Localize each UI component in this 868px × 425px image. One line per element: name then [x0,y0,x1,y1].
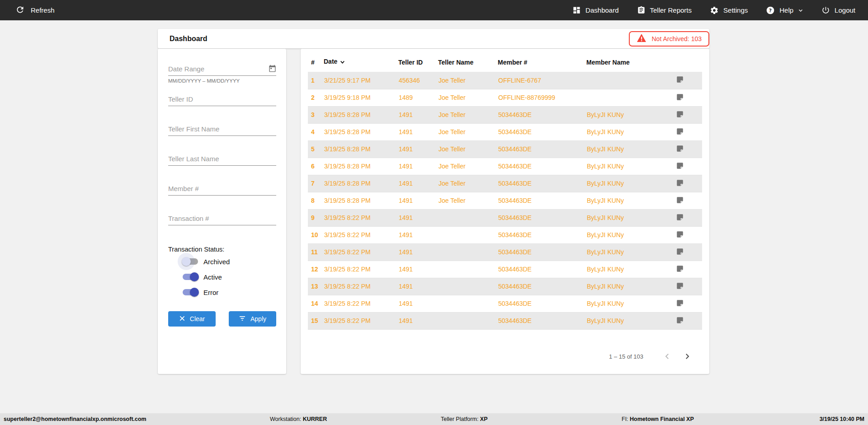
error-toggle[interactable] [183,289,198,295]
row-date: 3/19/25 8:28 PM [324,106,398,123]
column-header-teller-name[interactable]: Teller Name [438,57,498,72]
row-note-cell [673,295,702,312]
nav-item-dashboard[interactable]: Dashboard [572,6,618,14]
row-member-name: ByLyJI KUNy [586,192,673,209]
refresh-button[interactable]: Refresh [15,5,55,16]
dashboard-icon [572,6,581,14]
note-icon[interactable] [676,284,684,291]
note-icon[interactable] [676,250,684,257]
date-range-input[interactable] [168,64,276,76]
row-teller-name [438,243,498,261]
row-number: 1 [308,72,324,89]
sort-desc-icon [340,59,345,66]
nav-item-help[interactable]: ? Help [766,6,803,15]
table-row[interactable]: 11 3/19/25 8:22 PM 1491 5034463DE ByLyJI… [308,243,702,261]
teller-first-name-input[interactable] [168,124,276,136]
row-date: 3/19/25 8:28 PM [324,140,398,158]
table-row[interactable]: 4 3/19/25 8:28 PM 1491 Joe Teller 503446… [308,123,702,140]
clear-button[interactable]: Clear [168,311,216,327]
note-icon[interactable] [676,130,684,137]
row-member-number: 5034463DE [498,175,586,192]
note-icon[interactable] [676,318,684,326]
toggle-thumb [182,257,191,266]
note-icon[interactable] [676,301,684,308]
row-teller-name [438,278,498,295]
row-teller-name: Joe Teller [438,140,498,158]
row-number: 4 [308,123,324,140]
note-icon[interactable] [676,215,684,223]
column-header-date[interactable]: Date [324,57,398,72]
filter-icon [239,315,246,323]
nav-item-label: Teller Reports [650,6,692,14]
next-page-button[interactable] [683,352,691,360]
workstation-info: Workstation: KURRER [270,416,327,422]
table-row[interactable]: 9 3/19/25 8:22 PM 1491 5034463DE ByLyJI … [308,209,702,226]
column-header-member-name[interactable]: Member Name [586,57,673,72]
table-row[interactable]: 6 3/19/25 8:28 PM 1491 Joe Teller 503446… [308,158,702,175]
transactions-table: # Date Teller ID Teller Name Member # Me… [308,57,702,330]
note-icon[interactable] [676,164,684,171]
apply-button-label: Apply [250,315,266,322]
table-row[interactable]: 10 3/19/25 8:22 PM 1491 5034463DE ByLyJI… [308,226,702,243]
calendar-icon[interactable] [269,65,276,74]
row-date: 3/19/25 8:22 PM [324,209,398,226]
previous-page-button[interactable] [663,352,671,360]
table-row[interactable]: 12 3/19/25 8:22 PM 1491 5034463DE ByLyJI… [308,261,702,278]
row-note-cell [673,106,702,123]
table-row[interactable]: 14 3/19/25 8:22 PM 1491 5034463DE ByLyJI… [308,295,702,312]
transaction-number-input[interactable] [168,214,276,225]
column-header-teller-id[interactable]: Teller ID [398,57,438,72]
table-row[interactable]: 2 3/19/25 9:18 PM 1489 Joe Teller OFFLIN… [308,89,702,106]
row-number: 7 [308,175,324,192]
teller-id-input[interactable] [168,94,276,106]
error-toggle-label: Error [203,289,218,296]
table-row[interactable]: 13 3/19/25 8:22 PM 1491 5034463DE ByLyJI… [308,278,702,295]
row-member-number: 5034463DE [498,295,586,312]
row-teller-id: 1491 [398,123,438,140]
logged-in-user: superteller2@hometownfinancialxp.onmicro… [4,416,146,422]
status-bar-timestamp: 3/19/25 10:40 PM [820,416,864,422]
row-teller-name: Joe Teller [438,158,498,175]
row-note-cell [673,278,702,295]
row-note-cell [673,312,702,329]
table-header-row: # Date Teller ID Teller Name Member # Me… [308,57,702,72]
teller-last-name-input[interactable] [168,154,276,166]
row-member-name: ByLyJI KUNy [586,158,673,175]
note-icon[interactable] [676,267,684,274]
active-toggle[interactable] [183,274,198,280]
nav-item-logout[interactable]: Logout [821,6,855,14]
member-number-input[interactable] [168,184,276,196]
note-icon[interactable] [676,112,684,120]
note-icon[interactable] [676,198,684,205]
apply-button[interactable]: Apply [229,311,276,327]
archived-toggle[interactable] [183,258,198,265]
table-row[interactable]: 15 3/19/25 8:22 PM 1491 5034463DE ByLyJI… [308,312,702,329]
row-note-cell [673,192,702,209]
table-row[interactable]: 8 3/19/25 8:28 PM 1491 Joe Teller 503446… [308,192,702,209]
column-header-actions [673,57,702,72]
row-teller-id: 1491 [398,295,438,312]
row-date: 3/19/25 8:22 PM [324,243,398,261]
note-icon[interactable] [676,147,684,154]
nav-item-settings[interactable]: Settings [710,6,748,15]
not-archived-badge[interactable]: Not Archived: 103 [629,31,709,47]
row-note-cell [673,243,702,261]
column-header-member-num[interactable]: Member # [498,57,586,72]
column-header-num[interactable]: # [308,57,324,72]
note-icon[interactable] [676,95,684,103]
table-row[interactable]: 5 3/19/25 8:28 PM 1491 Joe Teller 503446… [308,140,702,158]
row-teller-id: 1491 [398,192,438,209]
row-member-name [586,72,673,89]
note-icon[interactable] [676,233,684,240]
not-archived-badge-label: Not Archived: 103 [651,35,702,42]
nav-item-teller-reports[interactable]: Teller Reports [637,6,692,14]
row-teller-name [438,295,498,312]
row-teller-id: 1491 [398,140,438,158]
table-row[interactable]: 7 3/19/25 8:28 PM 1491 Joe Teller 503446… [308,175,702,192]
table-row[interactable]: 1 3/21/25 9:17 PM 456346 Joe Teller OFFL… [308,72,702,89]
note-icon[interactable] [676,78,684,85]
table-row[interactable]: 3 3/19/25 8:28 PM 1491 Joe Teller 503446… [308,106,702,123]
note-icon[interactable] [676,181,684,188]
nav-item-label: Logout [835,6,855,14]
nav-item-label: Settings [723,6,748,14]
